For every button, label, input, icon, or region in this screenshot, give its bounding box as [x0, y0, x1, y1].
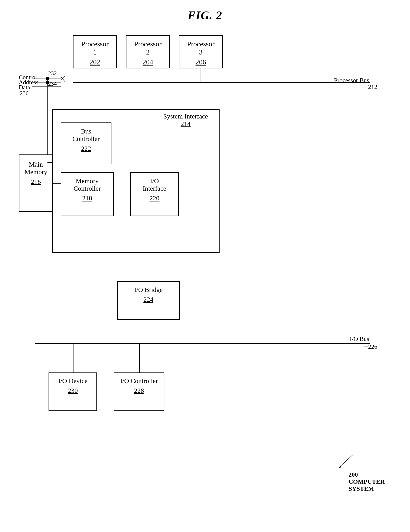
- si-to-iob-line: [148, 253, 148, 281]
- memory-controller-box: Memory Controller 218: [61, 172, 114, 216]
- processor-2-box: Processor 2 204: [126, 35, 170, 68]
- proc2-connector-line: [148, 68, 148, 82]
- processor-bus-number: ─212: [364, 83, 377, 90]
- processor-3-box: Processor 3 206: [179, 35, 223, 68]
- processor-bus-label: Processor Bus: [334, 77, 369, 84]
- io-device-box: I/O Device 230: [48, 372, 97, 411]
- ref-234: 234: [48, 81, 57, 87]
- ref-232: 232: [48, 70, 57, 77]
- proc3-number: 206: [181, 58, 220, 66]
- proc1-line2: 1: [93, 48, 97, 56]
- io-bus-line: [35, 343, 370, 344]
- labels-to-mm-h: [48, 162, 52, 163]
- io-device-connector-line: [73, 344, 74, 372]
- bus-to-si-line: [148, 82, 148, 109]
- processor-bus-line: [73, 82, 370, 83]
- processor-1-box: Processor 1 202: [73, 35, 117, 68]
- main-memory-box: Main Memory 216: [19, 154, 53, 212]
- dot-connector-2: [46, 81, 49, 84]
- proc1-label: Processor: [81, 40, 109, 48]
- cs-number: 200: [349, 471, 358, 478]
- proc1-number: 202: [76, 58, 114, 66]
- proc3-line2: 3: [199, 48, 203, 56]
- io-bus-number: ─226: [364, 343, 377, 350]
- proc3-connector-line: [200, 68, 201, 82]
- proc2-number: 204: [129, 58, 167, 66]
- system-interface-label: System Interface 214: [163, 113, 208, 128]
- dot-connector-1: [46, 77, 49, 80]
- mm-to-si-h: [53, 183, 61, 184]
- io-interface-box: I/O Interface 220: [130, 172, 179, 216]
- proc3-label: Processor: [187, 40, 214, 48]
- ref-236: 236: [20, 90, 29, 97]
- io-controller-connector-line: [139, 344, 140, 372]
- iob-to-iobus-line: [148, 320, 148, 343]
- proc1-connector-line: [95, 68, 95, 82]
- figure-title: FIG. 2: [0, 0, 410, 22]
- io-bus-label: I/O Bus: [350, 335, 369, 342]
- svg-line-0: [340, 455, 353, 467]
- cs-label2: SYSTEM: [349, 485, 374, 492]
- labels-vertical-line: [48, 78, 48, 162]
- io-controller-box: I/O Controller 228: [114, 372, 164, 411]
- computer-system-group: 200 COMPUTER SYSTEM: [335, 452, 385, 492]
- proc2-label: Processor: [134, 40, 162, 48]
- bus-controller-box: Bus Controller 222: [61, 123, 111, 164]
- io-bridge-box: I/O Bridge 224: [117, 281, 180, 320]
- cs-label: COMPUTER: [349, 478, 385, 485]
- proc2-line2: 2: [146, 48, 150, 56]
